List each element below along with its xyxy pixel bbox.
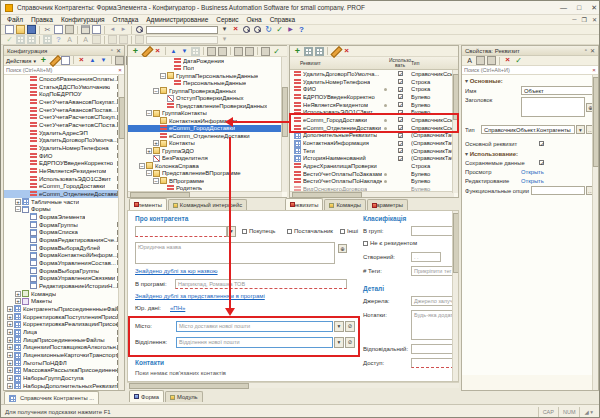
add-table-icon[interactable] [304, 47, 313, 56]
properties-scrollbar[interactable] [592, 75, 598, 390]
use-checkbox[interactable]: ✓ [398, 79, 403, 84]
tree-item-ИспользоватьЭДО1СЗвит[interactable]: ИспользоватьЭДО1СЗвит [4, 175, 124, 183]
tree-item-еComm_ГородДоставки[interactable]: еComm_ГородДоставки [128, 125, 287, 133]
tree-item-СчетУчетаАвансовПостав-[interactable]: СчетУчетаАвансовПостав... [4, 106, 124, 114]
find-next-icon[interactable] [242, 25, 251, 34]
start-debug-icon[interactable] [286, 25, 295, 34]
grid2-icon[interactable] [27, 35, 36, 44]
tree-item-ФормаВыбораГруппы[interactable]: ФормаВыбораГруппы [4, 267, 124, 275]
tab-commands[interactable]: Команды [324, 199, 366, 210]
close-icon[interactable]: ✕ [591, 4, 597, 12]
form-preview-vscroll[interactable] [452, 211, 458, 381]
tree-item-еComm_ОтделениеДоставки[interactable]: еComm_ОтделениеДоставки [128, 132, 287, 140]
print-icon[interactable] [81, 25, 90, 34]
copy-icon[interactable] [61, 56, 70, 65]
tree-item-ЛицаПрисоединенныеФайлы[interactable]: +ЛицаПрисоединенныеФайлы [4, 336, 124, 344]
pointer-icon[interactable] [234, 47, 243, 56]
column-type[interactable]: Тип [411, 60, 458, 66]
combo-down-icon[interactable] [220, 25, 229, 34]
tree-item-СчетУчетаРасчетовСПокуп-[interactable]: СчетУчетаРасчетовСПокуп... [4, 113, 124, 121]
title-input[interactable] [521, 97, 585, 117]
open-icon[interactable] [16, 25, 25, 34]
column-name[interactable]: Реквизит [290, 60, 382, 66]
other-checkbox[interactable]: Інші [340, 228, 358, 234]
responsible-input[interactable] [411, 344, 454, 354]
slash-icon[interactable] [261, 47, 270, 56]
save-icon[interactable] [27, 25, 36, 34]
menu-Файл[interactable]: Файл [3, 16, 27, 23]
go-forward-icon[interactable] [119, 25, 128, 34]
align-right-icon[interactable] [135, 35, 144, 44]
configuration-scrollbar[interactable] [118, 75, 124, 390]
tree-item-НаборыГруппДоступа[interactable]: +НаборыГруппДоступа [4, 374, 124, 382]
tree-item-ПерсональныеДанные[interactable]: ПерсональныеДанные [128, 80, 287, 88]
tree-item-ОтступПроверкиДанных[interactable]: ОтступПроверкиДанных [128, 95, 287, 103]
tree-item-Лица[interactable]: +Лица [4, 328, 124, 336]
menu-Справка[interactable]: Справка [266, 16, 300, 23]
menu-Окна[interactable]: Окна [243, 16, 266, 23]
attribute-row[interactable]: ИсторияНаименований✓(СправочникТаблиц [290, 155, 458, 163]
tree-item-Макеты[interactable]: +Макеты [4, 297, 124, 305]
delete-icon[interactable] [77, 56, 86, 65]
type-combo[interactable]: СправочникОбъект.Контрагенты [481, 125, 575, 134]
tree-item-УдалитьАдресЭП[interactable]: УдалитьАдресЭП [4, 129, 124, 137]
menu-Администрирование[interactable]: Администрирование [142, 16, 212, 23]
use-checkbox[interactable]: ✓ [398, 156, 403, 161]
expander-icon[interactable]: + [7, 360, 13, 366]
move-up-icon[interactable] [88, 56, 97, 65]
attribute-row[interactable]: ФИО✓Строка [290, 85, 458, 93]
tree-item-НеЯвляетсяРезидентом[interactable]: НеЯвляетсяРезидентом [4, 167, 124, 175]
tree-item-ЕДРПОУВведенКорректно[interactable]: ЕДРПОУВведенКорректно [4, 159, 124, 167]
expander-icon[interactable]: + [7, 306, 13, 312]
expander-icon[interactable]: + [15, 291, 21, 297]
menu-Правка[interactable]: Правка [27, 16, 57, 23]
access-input[interactable] [411, 358, 454, 368]
attribute-row[interactable]: Теги✓(СправочникТаблиц [290, 147, 458, 155]
attribute-row[interactable]: ВестиУчетОплатыПоНакладнымБулево [290, 178, 458, 186]
edit-icon[interactable] [50, 56, 59, 65]
tree-item-ГруппаПроверкаДанных[interactable]: −ГруппаПроверкаДанных [128, 87, 287, 95]
tree-item-ЛицензионныеКарточкиТранспорт-[interactable]: +ЛицензионныеКарточкиТранспорт... [4, 351, 124, 359]
tree-item-ФормаЭлемента[interactable]: ФормаЭлемента [4, 213, 124, 221]
expander-icon[interactable]: − [146, 110, 152, 116]
tree-item-КорректировкаРеализацииПрисое-[interactable]: +КорректировкаРеализацииПрисое... [4, 321, 124, 329]
tree-item-ФормаУправленияСостав-[interactable]: ФормаУправленияСостав... [4, 259, 124, 267]
duplicates-program-link[interactable]: Знайдено дублі за представленням в прогр… [135, 293, 265, 299]
expander-icon[interactable]: + [7, 337, 13, 343]
tree-item-еComm_ГородДоставки[interactable]: еComm_ГородДоставки [4, 182, 124, 190]
font-icon[interactable] [65, 35, 74, 44]
go-back-icon[interactable] [108, 25, 117, 34]
tree-item-СчетУчетаРасчетовСПоста-[interactable]: СчетУчетаРасчетовСПоста... [4, 121, 124, 129]
tab-module[interactable]: Модуль [165, 391, 203, 402]
add-icon[interactable] [131, 47, 140, 56]
resident-checkbox[interactable]: Не є резидентом [363, 240, 417, 246]
tree-item-Формы[interactable]: −Формы [4, 205, 124, 213]
check-syntax-icon[interactable] [275, 25, 284, 34]
close-panel-icon[interactable]: ✕ [590, 47, 595, 54]
combo-down2-icon[interactable] [220, 35, 229, 44]
expander-icon[interactable]: − [160, 73, 166, 79]
maximize-icon[interactable]: □ [577, 4, 581, 12]
find-icon[interactable] [135, 25, 144, 34]
tree-item-ГруппаПерсональныеДанные[interactable]: −ГруппаПерсональныеДанные [128, 72, 287, 80]
section-usage[interactable]: Использование: [462, 148, 598, 158]
move-up-icon[interactable] [169, 47, 178, 56]
counterparty-kind-input[interactable] [135, 226, 227, 237]
section-main[interactable]: Основные: [462, 75, 598, 85]
expander-icon[interactable]: + [7, 321, 13, 327]
align-center-icon[interactable] [119, 35, 128, 44]
tree-item-ПредставлениеВПрограмме[interactable]: −ПредставлениеВПрограмме [128, 170, 287, 178]
sort-az-icon[interactable] [465, 56, 474, 65]
layout-icon[interactable] [218, 47, 227, 56]
tree-item-УдалитьНомерТелефона[interactable]: УдалитьНомерТелефона [4, 144, 124, 152]
saved-data-checkbox[interactable]: ✓ [539, 160, 544, 165]
tree-item-КолонкаСправа[interactable]: −КолонкаСправа [128, 162, 287, 170]
clear-search-icon[interactable]: × [590, 67, 598, 73]
new-icon[interactable] [5, 25, 14, 34]
grid3-icon[interactable] [43, 35, 52, 44]
expander-icon[interactable]: + [153, 140, 159, 146]
form-elements-vscroll[interactable] [281, 57, 287, 192]
attribute-row[interactable]: ЕДРПОУВведенКорректно✓Булево [290, 93, 458, 101]
notes-textarea[interactable]: Будь-яка додатко [411, 310, 454, 340]
tree-item-НаборыДополнительныхРеквизит-[interactable]: +НаборыДополнительныхРеквизит... [4, 382, 124, 390]
